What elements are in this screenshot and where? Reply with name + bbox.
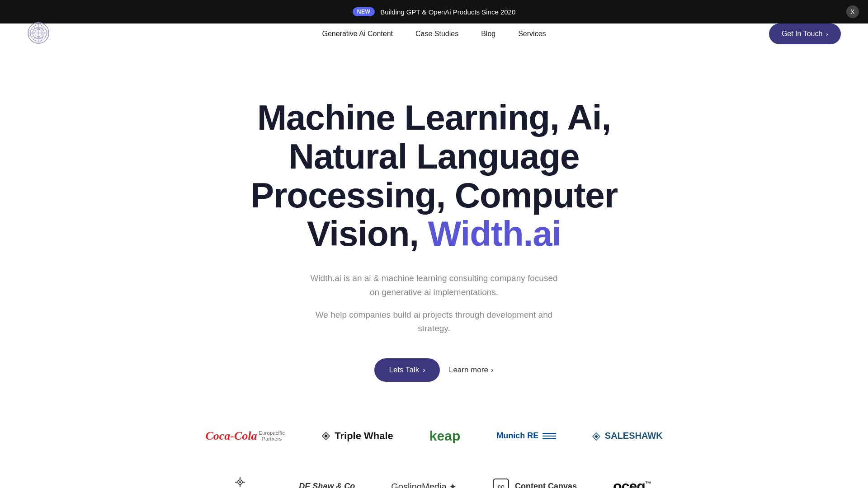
- nav-item-case-studies[interactable]: Case Studies: [415, 30, 458, 38]
- get-in-touch-arrow-icon: ›: [826, 30, 828, 38]
- octanner-gear-icon: [235, 477, 245, 488]
- munichre-lines-icon: [542, 432, 556, 441]
- triplewhale-icon: [321, 431, 331, 441]
- hero-title-line3: Processing, Computer: [250, 175, 618, 215]
- logo-octanner: O.C. TANNER: [199, 468, 281, 488]
- learn-more-button[interactable]: Learn more ›: [449, 366, 494, 375]
- logos-row-1: Coca-Cola EuropacificPartners Triple Wha…: [253, 418, 615, 454]
- logos-section: Coca-Cola EuropacificPartners Triple Wha…: [226, 418, 642, 488]
- nav-item-services[interactable]: Services: [518, 30, 546, 38]
- hero-title-line4-plain: Vision,: [307, 214, 419, 253]
- nav-link-generative-ai[interactable]: Generative Ai Content: [322, 30, 393, 38]
- hero-buttons: Lets Talk › Learn more ›: [374, 358, 493, 382]
- logos-row-2: O.C. TANNER DE Shaw & Co GoslingMedia ✦ …: [253, 468, 615, 488]
- nav-item-generative-ai[interactable]: Generative Ai Content: [322, 30, 393, 38]
- logo[interactable]: [27, 22, 50, 46]
- navbar: Generative Ai Content Case Studies Blog …: [0, 23, 868, 44]
- logo-contentcanvas: cc Content Canvas: [475, 469, 595, 488]
- get-in-touch-label: Get In Touch: [782, 30, 822, 38]
- hero-section: Machine Learning, Ai, Natural Language P…: [208, 44, 660, 488]
- get-in-touch-button[interactable]: Get In Touch ›: [769, 23, 841, 44]
- nav-item-blog[interactable]: Blog: [481, 30, 495, 38]
- hero-subtitle-2: We help companies build ai projects thro…: [307, 308, 561, 336]
- hero-title-brand: Width.ai: [428, 214, 561, 253]
- logo-cocacola: Coca-Cola EuropacificPartners: [187, 418, 303, 454]
- hero-title-line2: Natural Language: [289, 136, 580, 176]
- logo-oceg: oceg™: [595, 469, 669, 488]
- nav-links: Generative Ai Content Case Studies Blog …: [322, 30, 546, 38]
- contentcanvas-icon: cc: [493, 479, 509, 488]
- nav-cta: Get In Touch ›: [769, 23, 841, 44]
- logo-deshaw: DE Shaw & Co: [281, 469, 373, 488]
- hero-title: Machine Learning, Ai, Natural Language P…: [250, 99, 618, 253]
- lets-talk-button[interactable]: Lets Talk ›: [374, 358, 439, 382]
- learn-more-label: Learn more: [449, 366, 488, 375]
- new-badge: NEW: [353, 7, 375, 16]
- nav-link-blog[interactable]: Blog: [481, 30, 495, 38]
- logo-goslingmedia: GoslingMedia ✦: [373, 469, 475, 488]
- logo-keap: keap: [411, 418, 478, 454]
- announcement-bar: NEW Building GPT & OpenAi Products Since…: [0, 0, 868, 23]
- announcement-close-button[interactable]: X: [846, 5, 859, 18]
- learn-more-arrow-icon: ›: [491, 366, 494, 375]
- lets-talk-label: Lets Talk: [389, 366, 419, 375]
- hero-subtitle-1: Width.ai is an ai & machine learning con…: [307, 272, 561, 299]
- logo-saleshawk: SALESHAWK: [574, 418, 680, 454]
- logo-munichre: Munich RE: [478, 418, 574, 454]
- saleshawk-icon: [592, 432, 600, 441]
- announcement-text: Building GPT & OpenAi Products Since 202…: [380, 8, 515, 16]
- nav-link-case-studies[interactable]: Case Studies: [415, 30, 458, 38]
- logo-triplewhale: Triple Whale: [303, 418, 411, 454]
- lets-talk-arrow-icon: ›: [423, 366, 425, 375]
- nav-link-services[interactable]: Services: [518, 30, 546, 38]
- hero-title-line1: Machine Learning, Ai,: [257, 98, 611, 137]
- svg-point-12: [239, 481, 241, 483]
